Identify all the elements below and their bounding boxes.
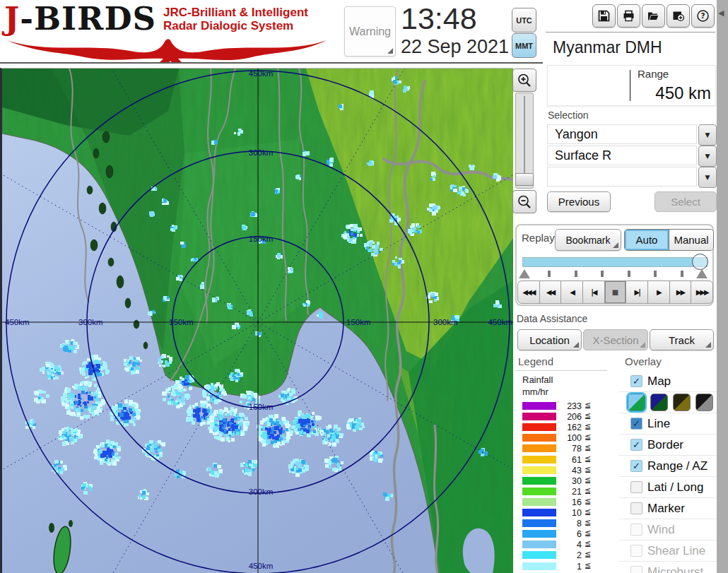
auto-mode-button[interactable]: Auto bbox=[625, 230, 669, 250]
map-style-swatch-0[interactable] bbox=[628, 394, 645, 411]
legend-suffix: ≦ bbox=[585, 486, 591, 495]
overlay-label: Border bbox=[647, 438, 683, 452]
print-button[interactable] bbox=[617, 4, 640, 28]
overlay-label: Range / AZ bbox=[647, 459, 708, 473]
overlay-row-wind: Wind bbox=[619, 519, 717, 540]
slider-start-marker[interactable] bbox=[519, 269, 530, 278]
map-zoom-controls bbox=[512, 69, 536, 213]
sea-inlet bbox=[463, 528, 495, 573]
iconbar-divider bbox=[546, 32, 715, 33]
svg-text:300km: 300km bbox=[78, 318, 103, 326]
logo-subtitle-line2: Radar Dialogic System bbox=[163, 19, 308, 33]
overlay-label: Microburst bbox=[647, 565, 703, 573]
manual-label: Manual bbox=[674, 234, 708, 246]
slider-tick bbox=[654, 271, 657, 277]
transport-button[interactable]: ◀◀◀ bbox=[517, 280, 540, 304]
overlay-checkbox[interactable]: ✓ bbox=[630, 439, 642, 451]
svg-text:450km: 450km bbox=[249, 562, 274, 570]
selection-dropdown-button-0[interactable]: ▼ bbox=[698, 124, 717, 146]
overlay-rows: ✓Map✓Line✓Border✓Range / AZLati / LongMa… bbox=[619, 371, 717, 573]
add-image-button[interactable] bbox=[667, 4, 690, 28]
overlay-checkbox[interactable]: ✓ bbox=[630, 375, 642, 387]
replay-mode-group: Auto Manual bbox=[624, 229, 714, 251]
select-button[interactable]: Select bbox=[654, 191, 717, 212]
map-style-swatch-2[interactable] bbox=[673, 394, 691, 411]
map-style-swatch-3[interactable] bbox=[695, 394, 713, 411]
track-label: Track bbox=[669, 334, 695, 346]
legend-swatch bbox=[522, 530, 556, 538]
previous-button[interactable]: Previous bbox=[547, 191, 611, 212]
bookmark-label: Bookmark bbox=[565, 235, 610, 246]
legend-swatch bbox=[522, 488, 556, 495]
legend-swatch bbox=[522, 562, 556, 570]
data-assistance-label: Data Assistance bbox=[517, 313, 587, 324]
transport-button[interactable]: ◀ bbox=[560, 280, 583, 304]
svg-text:300km: 300km bbox=[433, 318, 458, 326]
help-button[interactable]: ? bbox=[691, 4, 715, 28]
selection-label: Selection bbox=[548, 110, 589, 121]
overlay-checkbox[interactable]: ✓ bbox=[630, 460, 642, 472]
timezone-utc-button[interactable]: UTC bbox=[512, 8, 536, 33]
overlay-label: Marker bbox=[647, 502, 685, 516]
panel-collapse-icon[interactable]: ◀ bbox=[718, 8, 724, 18]
transport-button[interactable]: ■ bbox=[604, 280, 627, 304]
selection-field-2[interactable] bbox=[547, 167, 697, 187]
range-label: Range bbox=[638, 68, 669, 80]
overlay-checkbox bbox=[630, 545, 642, 557]
replay-label: Replay bbox=[522, 232, 555, 244]
slider-tick bbox=[601, 271, 604, 277]
selection-field-1[interactable]: Surface R bbox=[547, 146, 697, 165]
map-style-swatch-1[interactable] bbox=[650, 394, 668, 411]
overlay-title: Overlay bbox=[625, 355, 662, 367]
open-folder-button[interactable] bbox=[642, 4, 665, 28]
selection-dropdown-button-1[interactable]: ▼ bbox=[698, 146, 717, 167]
zoom-in-button[interactable] bbox=[512, 69, 536, 92]
overlay-label: Lati / Long bbox=[647, 480, 703, 495]
bookmark-button[interactable]: Bookmark bbox=[555, 229, 621, 251]
zoom-slider-track[interactable] bbox=[515, 93, 534, 189]
legend-swatch bbox=[522, 551, 556, 559]
overlay-checkbox[interactable]: ✓ bbox=[630, 418, 642, 430]
zoom-slider-thumb[interactable] bbox=[515, 173, 534, 186]
selection-dropdown-button-2[interactable]: ▼ bbox=[698, 167, 717, 188]
transport-button[interactable]: ▶▶ bbox=[669, 280, 692, 304]
legend-suffix: ≦ bbox=[585, 507, 591, 516]
warning-button-label: Warning bbox=[349, 25, 391, 38]
track-button[interactable]: Track bbox=[650, 329, 714, 350]
transport-button[interactable]: |◀ bbox=[582, 280, 605, 304]
legend-swatch bbox=[522, 540, 556, 548]
manual-mode-button[interactable]: Manual bbox=[669, 230, 713, 250]
mmt-label: MMT bbox=[515, 42, 533, 50]
legend-row: 100≦ bbox=[515, 434, 609, 442]
transport-button[interactable]: ▶▶▶ bbox=[691, 280, 713, 304]
legend-suffix: ≦ bbox=[585, 561, 591, 570]
previous-label: Previous bbox=[558, 196, 599, 208]
transport-button[interactable]: ▶| bbox=[626, 280, 648, 304]
legend-row: 162≦ bbox=[515, 423, 609, 432]
save-button[interactable] bbox=[592, 4, 616, 28]
timezone-mmt-button[interactable]: MMT bbox=[512, 33, 536, 58]
map-style-row bbox=[619, 391, 717, 413]
logo-title-j: J bbox=[4, 0, 20, 37]
legend-row: 21≦ bbox=[515, 488, 609, 496]
warning-button[interactable]: Warning bbox=[344, 6, 396, 57]
svg-text:?: ? bbox=[700, 11, 705, 20]
location-button[interactable]: Location bbox=[517, 329, 582, 350]
selection-field-0[interactable]: Yangon bbox=[547, 124, 697, 144]
legend-suffix: ≦ bbox=[585, 411, 591, 420]
legend-swatch bbox=[522, 466, 556, 474]
zoom-out-button[interactable] bbox=[512, 190, 536, 213]
slider-tick bbox=[628, 271, 630, 277]
range-divider bbox=[630, 70, 630, 101]
legend-row: 206≦ bbox=[515, 413, 609, 421]
replay-slider-track[interactable] bbox=[522, 257, 708, 267]
svg-text:450km: 450km bbox=[488, 318, 512, 326]
replay-slider-handle[interactable] bbox=[692, 254, 708, 270]
transport-button[interactable]: ▶ bbox=[647, 280, 670, 304]
radar-map[interactable]: 450km300km150km150km300km450km450km300km… bbox=[0, 68, 513, 573]
slider-end-marker[interactable] bbox=[696, 269, 708, 278]
x-section-button[interactable]: X-Section bbox=[583, 329, 648, 350]
overlay-checkbox[interactable] bbox=[630, 481, 642, 493]
transport-button[interactable]: ◀◀ bbox=[539, 280, 562, 304]
overlay-checkbox[interactable] bbox=[630, 502, 642, 514]
